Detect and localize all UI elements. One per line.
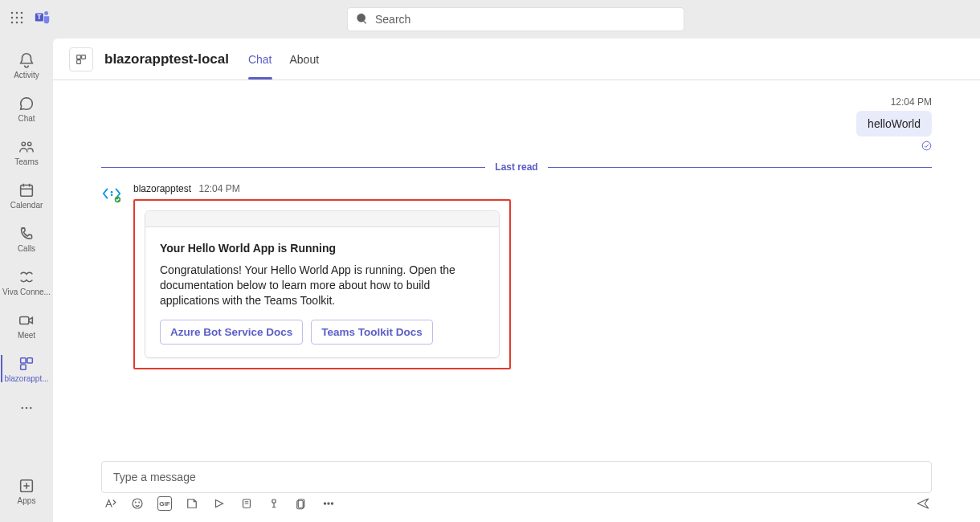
- tab-chat[interactable]: Chat: [248, 39, 272, 80]
- azure-docs-button[interactable]: Azure Bot Service Docs: [160, 320, 303, 345]
- svg-point-19: [22, 407, 23, 409]
- svg-point-13: [27, 142, 31, 145]
- svg-point-37: [324, 503, 325, 504]
- app-header: blazorapptest-local Chat About: [53, 39, 980, 80]
- svg-point-3: [11, 17, 14, 19]
- app-icon: [69, 47, 93, 71]
- svg-point-12: [22, 142, 25, 145]
- svg-point-0: [11, 12, 14, 14]
- search-box[interactable]: [347, 7, 684, 31]
- highlight-box: Your Hello World App is Running Congratu…: [133, 199, 511, 369]
- svg-point-39: [331, 503, 333, 504]
- bot-avatar-icon: [101, 183, 122, 207]
- search-input[interactable]: [375, 13, 676, 26]
- compose-box[interactable]: [101, 461, 932, 493]
- rail-viva[interactable]: Viva Conne...: [1, 262, 52, 302]
- adaptive-card: Your Hello World App is Running Congratu…: [145, 210, 500, 358]
- rail-app-blazorapptest[interactable]: blazorappt...: [1, 349, 52, 389]
- rail-apps[interactable]: Apps: [1, 471, 52, 511]
- svg-point-32: [139, 502, 140, 503]
- sticker-icon[interactable]: [185, 496, 199, 511]
- message-bubble: helloWorld: [856, 111, 932, 137]
- svg-point-28: [111, 194, 113, 197]
- svg-point-20: [26, 407, 27, 409]
- teams-toolkit-docs-button[interactable]: Teams Toolkit Docs: [311, 320, 433, 345]
- svg-point-30: [133, 499, 142, 508]
- last-read-divider: Last read: [101, 161, 932, 173]
- card-title: Your Hello World App is Running: [160, 242, 484, 255]
- compose-area: GIF: [53, 453, 980, 522]
- rail-calls[interactable]: Calls: [1, 218, 52, 259]
- svg-point-6: [11, 22, 14, 24]
- svg-rect-16: [21, 357, 26, 362]
- attach-icon[interactable]: [294, 496, 308, 511]
- rail-chat[interactable]: Chat: [1, 88, 52, 128]
- svg-point-21: [30, 407, 31, 409]
- svg-point-31: [135, 502, 136, 503]
- card-actions: Azure Bot Service Docs Teams Toolkit Doc…: [160, 320, 484, 345]
- bot-block: blazorapptest 12:04 PM Your Hello World …: [133, 183, 511, 369]
- message-input[interactable]: [113, 471, 920, 483]
- rail-more-button[interactable]: [1, 392, 52, 424]
- search-wrap: [61, 7, 970, 31]
- rail-calendar[interactable]: Calendar: [1, 175, 52, 215]
- svg-rect-14: [21, 185, 33, 196]
- svg-point-2: [21, 12, 23, 14]
- svg-point-7: [16, 22, 18, 24]
- svg-rect-25: [77, 59, 81, 63]
- rail-activity[interactable]: Activity: [1, 45, 52, 85]
- svg-point-1: [16, 12, 18, 14]
- svg-rect-15: [20, 316, 29, 324]
- send-icon[interactable]: [916, 496, 930, 511]
- loop-icon[interactable]: [239, 496, 254, 511]
- svg-rect-17: [27, 357, 32, 362]
- app-title: blazorapptest-local: [104, 51, 229, 67]
- chat-area: 12:04 PM helloWorld Last read blazorappt…: [53, 80, 980, 453]
- more-compose-icon[interactable]: [321, 496, 336, 511]
- title-bar: T: [0, 0, 980, 39]
- read-receipt-icon: [921, 140, 932, 154]
- svg-point-5: [21, 17, 23, 19]
- tabs: Chat About: [248, 39, 319, 80]
- praise-icon[interactable]: [267, 496, 281, 511]
- rail-meet[interactable]: Meet: [1, 305, 52, 345]
- svg-rect-24: [82, 55, 86, 59]
- bot-message-row: blazorapptest 12:04 PM Your Hello World …: [101, 183, 932, 369]
- svg-text:T: T: [37, 14, 41, 21]
- card-text: Congratulations! Your Hello World App is…: [160, 263, 484, 308]
- outgoing-message: 12:04 PM helloWorld: [101, 96, 932, 154]
- message-time: 12:04 PM: [891, 96, 932, 108]
- tab-about[interactable]: About: [290, 39, 320, 80]
- svg-rect-18: [21, 364, 26, 369]
- svg-point-4: [16, 17, 18, 19]
- compose-toolbar: GIF: [101, 493, 932, 511]
- bot-meta: blazorapptest 12:04 PM: [133, 183, 511, 194]
- svg-point-27: [111, 191, 113, 194]
- teams-logo-icon: T: [34, 9, 51, 30]
- format-icon[interactable]: [103, 496, 117, 511]
- gif-icon[interactable]: GIF: [157, 496, 172, 511]
- waffle-icon[interactable]: [10, 10, 24, 28]
- card-body: Your Hello World App is Running Congratu…: [145, 227, 499, 357]
- svg-rect-23: [77, 55, 81, 59]
- rail-teams[interactable]: Teams: [1, 132, 52, 172]
- stream-icon[interactable]: [212, 496, 227, 511]
- emoji-icon[interactable]: [130, 496, 145, 511]
- svg-point-34: [272, 500, 276, 504]
- card-header-bar: [145, 211, 499, 227]
- svg-point-8: [21, 22, 23, 24]
- svg-point-38: [328, 503, 329, 504]
- left-rail: Activity Chat Teams Calendar Calls Viva …: [0, 39, 53, 522]
- svg-point-26: [922, 141, 931, 150]
- svg-point-11: [44, 11, 48, 15]
- main-panel: blazorapptest-local Chat About 12:04 PM …: [53, 39, 980, 522]
- search-icon: [356, 13, 369, 26]
